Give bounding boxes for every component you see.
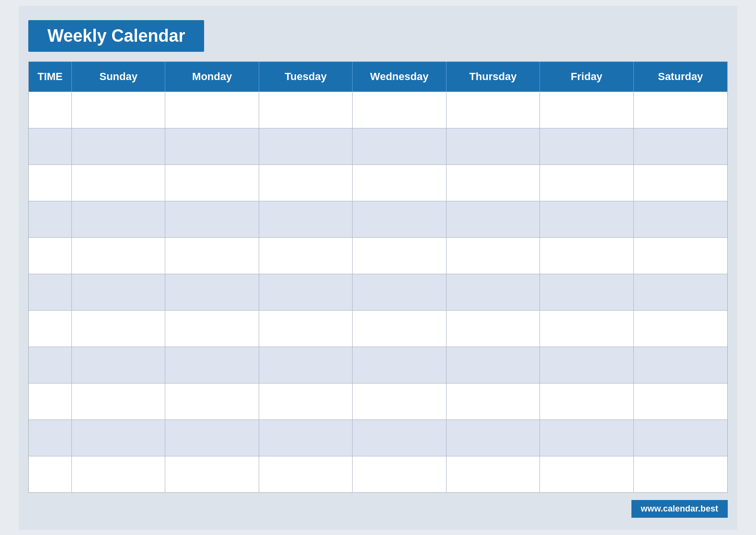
day-cell[interactable]	[634, 274, 727, 310]
day-cell[interactable]	[540, 92, 633, 128]
day-cell[interactable]	[259, 420, 353, 456]
day-cell[interactable]	[634, 165, 727, 201]
time-cell[interactable]	[29, 92, 72, 128]
day-cell[interactable]	[634, 92, 727, 128]
day-cell[interactable]	[540, 165, 633, 201]
day-cell[interactable]	[259, 128, 353, 164]
day-cell[interactable]	[540, 238, 633, 274]
day-cell[interactable]	[447, 165, 540, 201]
table-row	[29, 128, 727, 164]
day-cell[interactable]	[540, 128, 633, 164]
header-thursday: Thursday	[447, 62, 540, 92]
day-cell[interactable]	[72, 456, 165, 492]
day-cell[interactable]	[165, 384, 259, 419]
day-cell[interactable]	[540, 456, 633, 492]
day-cell[interactable]	[72, 238, 165, 274]
table-row	[29, 419, 727, 456]
day-cell[interactable]	[259, 384, 353, 419]
day-cell[interactable]	[259, 201, 353, 237]
time-cell[interactable]	[29, 201, 72, 237]
day-cell[interactable]	[72, 274, 165, 310]
day-cell[interactable]	[540, 311, 633, 347]
time-cell[interactable]	[29, 311, 72, 347]
day-cell[interactable]	[165, 420, 259, 456]
header-monday: Monday	[165, 62, 259, 92]
time-cell[interactable]	[29, 165, 72, 201]
header-time: TIME	[29, 62, 72, 92]
day-cell[interactable]	[72, 165, 165, 201]
day-cell[interactable]	[447, 92, 540, 128]
day-cell[interactable]	[165, 274, 259, 310]
day-cell[interactable]	[72, 201, 165, 237]
day-cell[interactable]	[259, 311, 353, 347]
day-cell[interactable]	[353, 92, 446, 128]
day-cell[interactable]	[353, 165, 446, 201]
day-cell[interactable]	[540, 347, 633, 383]
time-cell[interactable]	[29, 347, 72, 383]
day-cell[interactable]	[634, 456, 727, 492]
day-cell[interactable]	[165, 165, 259, 201]
day-cell[interactable]	[72, 92, 165, 128]
day-cell[interactable]	[165, 311, 259, 347]
day-cell[interactable]	[634, 420, 727, 456]
day-cell[interactable]	[447, 384, 540, 419]
day-cell[interactable]	[353, 311, 446, 347]
day-cell[interactable]	[259, 274, 353, 310]
day-cell[interactable]	[447, 238, 540, 274]
day-cell[interactable]	[72, 347, 165, 383]
time-cell[interactable]	[29, 456, 72, 492]
day-cell[interactable]	[353, 347, 446, 383]
day-cell[interactable]	[447, 420, 540, 456]
table-row	[29, 383, 727, 419]
day-cell[interactable]	[447, 456, 540, 492]
day-cell[interactable]	[165, 238, 259, 274]
day-cell[interactable]	[72, 311, 165, 347]
day-cell[interactable]	[634, 347, 727, 383]
day-cell[interactable]	[165, 128, 259, 164]
day-cell[interactable]	[72, 384, 165, 419]
day-cell[interactable]	[447, 347, 540, 383]
day-cell[interactable]	[634, 128, 727, 164]
calendar-body	[29, 92, 727, 492]
day-cell[interactable]	[540, 201, 633, 237]
day-cell[interactable]	[447, 274, 540, 310]
day-cell[interactable]	[634, 201, 727, 237]
day-cell[interactable]	[353, 456, 446, 492]
time-cell[interactable]	[29, 384, 72, 419]
day-cell[interactable]	[259, 238, 353, 274]
day-cell[interactable]	[353, 128, 446, 164]
day-cell[interactable]	[72, 128, 165, 164]
time-cell[interactable]	[29, 128, 72, 164]
day-cell[interactable]	[353, 274, 446, 310]
day-cell[interactable]	[259, 165, 353, 201]
day-cell[interactable]	[165, 92, 259, 128]
day-cell[interactable]	[447, 311, 540, 347]
table-row	[29, 92, 727, 128]
day-cell[interactable]	[353, 201, 446, 237]
day-cell[interactable]	[447, 128, 540, 164]
day-cell[interactable]	[165, 456, 259, 492]
day-cell[interactable]	[634, 238, 727, 274]
time-cell[interactable]	[29, 420, 72, 456]
day-cell[interactable]	[165, 347, 259, 383]
header-friday: Friday	[540, 62, 633, 92]
table-row	[29, 201, 727, 237]
day-cell[interactable]	[259, 92, 353, 128]
day-cell[interactable]	[353, 238, 446, 274]
day-cell[interactable]	[72, 420, 165, 456]
day-cell[interactable]	[540, 384, 633, 419]
time-cell[interactable]	[29, 238, 72, 274]
day-cell[interactable]	[259, 456, 353, 492]
header-wednesday: Wednesday	[353, 62, 446, 92]
day-cell[interactable]	[259, 347, 353, 383]
header-saturday: Saturday	[634, 62, 727, 92]
day-cell[interactable]	[165, 201, 259, 237]
day-cell[interactable]	[353, 384, 446, 419]
day-cell[interactable]	[634, 384, 727, 419]
day-cell[interactable]	[353, 420, 446, 456]
day-cell[interactable]	[540, 420, 633, 456]
day-cell[interactable]	[447, 201, 540, 237]
time-cell[interactable]	[29, 274, 72, 310]
day-cell[interactable]	[540, 274, 633, 310]
day-cell[interactable]	[634, 311, 727, 347]
